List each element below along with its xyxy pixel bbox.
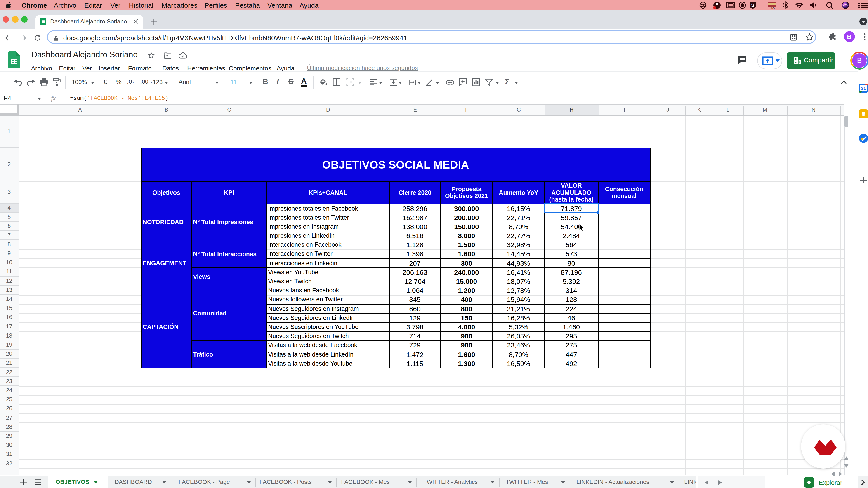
svg-text:S: S: [751, 3, 754, 8]
svg-text:31: 31: [861, 86, 866, 91]
svg-text:ISO: ISO: [770, 6, 775, 9]
